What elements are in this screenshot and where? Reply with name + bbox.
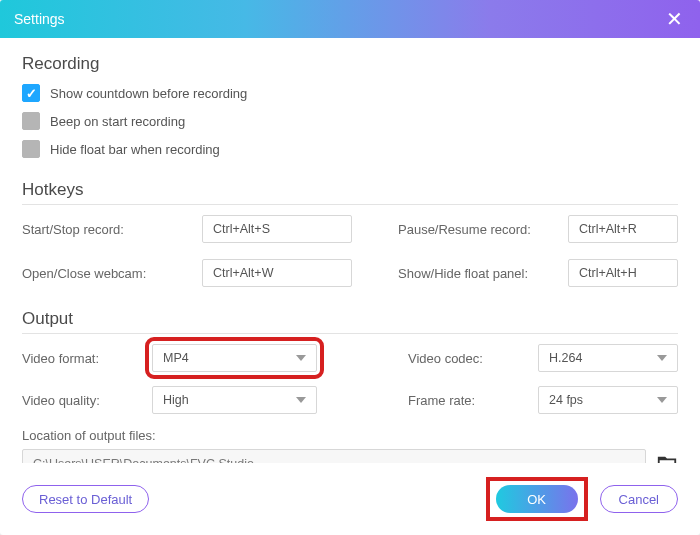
opt-label: Hide float bar when recording <box>50 142 220 157</box>
opt-label: Beep on start recording <box>50 114 185 129</box>
chevron-down-icon <box>296 355 306 361</box>
select-value: H.264 <box>549 351 582 365</box>
video-quality-select[interactable]: High <box>152 386 317 414</box>
out-label: Video quality: <box>22 393 152 408</box>
select-value: MP4 <box>163 351 189 365</box>
location-input[interactable]: C:\Users\USER\Documents\FVC Studio ... <box>22 449 646 463</box>
opt-show-countdown[interactable]: Show countdown before recording <box>22 84 678 102</box>
video-format-select[interactable]: MP4 <box>152 344 317 372</box>
hotkeys-grid: Start/Stop record: Ctrl+Alt+S Pause/Resu… <box>22 215 678 287</box>
opt-label: Show countdown before recording <box>50 86 247 101</box>
close-icon[interactable]: ✕ <box>662 7 686 31</box>
window-title: Settings <box>14 11 65 27</box>
hk-label: Start/Stop record: <box>22 222 202 237</box>
ok-button[interactable]: OK <box>496 485 578 513</box>
frame-rate-select[interactable]: 24 fps <box>538 386 678 414</box>
ok-highlight: OK <box>490 481 584 517</box>
hk-label: Pause/Resume record: <box>398 222 568 237</box>
checkbox-icon[interactable] <box>22 112 40 130</box>
chevron-down-icon <box>657 397 667 403</box>
opt-hide-floatbar[interactable]: Hide float bar when recording <box>22 140 678 158</box>
location-label: Location of output files: <box>22 428 678 443</box>
hk-floatpanel-input[interactable]: Ctrl+Alt+H <box>568 259 678 287</box>
out-label: Video format: <box>22 351 152 366</box>
footer: Reset to Default OK Cancel <box>0 463 700 535</box>
section-output-title: Output <box>22 309 678 334</box>
checkbox-icon[interactable] <box>22 140 40 158</box>
video-codec-select[interactable]: H.264 <box>538 344 678 372</box>
chevron-down-icon <box>657 355 667 361</box>
chevron-down-icon <box>296 397 306 403</box>
hk-pause-resume-input[interactable]: Ctrl+Alt+R <box>568 215 678 243</box>
reset-default-button[interactable]: Reset to Default <box>22 485 149 513</box>
section-hotkeys-title: Hotkeys <box>22 180 678 205</box>
output-grid: Video format: MP4 Video codec: H.264 Vid… <box>22 344 678 414</box>
content-area: Recording Show countdown before recordin… <box>0 38 700 463</box>
select-value: 24 fps <box>549 393 583 407</box>
opt-beep-start[interactable]: Beep on start recording <box>22 112 678 130</box>
hk-label: Open/Close webcam: <box>22 266 202 281</box>
out-label: Video codec: <box>408 351 538 366</box>
hk-webcam-input[interactable]: Ctrl+Alt+W <box>202 259 352 287</box>
select-value: High <box>163 393 189 407</box>
checkbox-icon[interactable] <box>22 84 40 102</box>
titlebar: Settings ✕ <box>0 0 700 38</box>
out-label: Frame rate: <box>408 393 538 408</box>
cancel-button[interactable]: Cancel <box>600 485 678 513</box>
location-row: Location of output files: C:\Users\USER\… <box>22 428 678 463</box>
hk-label: Show/Hide float panel: <box>398 266 568 281</box>
settings-window: Settings ✕ Recording Show countdown befo… <box>0 0 700 535</box>
folder-open-icon[interactable] <box>656 453 678 463</box>
hk-start-stop-input[interactable]: Ctrl+Alt+S <box>202 215 352 243</box>
section-recording-title: Recording <box>22 54 678 74</box>
